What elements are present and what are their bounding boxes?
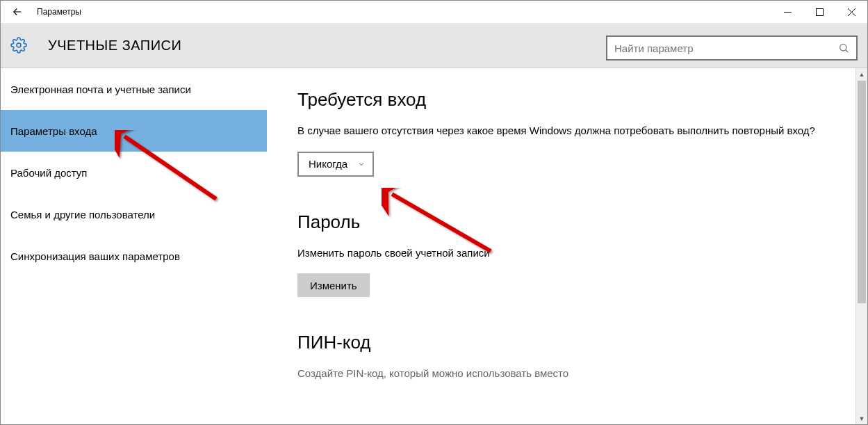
- gear-icon: [10, 37, 27, 54]
- scrollbar-thumb[interactable]: [858, 81, 866, 303]
- sidebar-item-label: Рабочий доступ: [10, 167, 87, 179]
- pin-description: Создайте PIN-код, который можно использо…: [297, 366, 819, 382]
- header-title: УЧЕТНЫЕ ЗАПИСИ: [48, 38, 181, 54]
- sidebar-item-sync-settings[interactable]: Синхронизация ваших параметров: [1, 235, 267, 277]
- titlebar: Параметры: [1, 1, 867, 23]
- sidebar-item-label: Параметры входа: [10, 125, 97, 137]
- signin-required-heading: Требуется вход: [297, 89, 840, 111]
- sidebar-item-work-access[interactable]: Рабочий доступ: [1, 152, 267, 193]
- sidebar-item-label: Семья и другие пользователи: [10, 209, 155, 220]
- svg-point-1: [17, 43, 21, 47]
- back-button[interactable]: [1, 1, 34, 23]
- change-password-button[interactable]: Изменить: [297, 273, 370, 297]
- signin-required-dropdown[interactable]: Никогда: [297, 152, 374, 177]
- button-label: Изменить: [310, 280, 357, 291]
- svg-rect-0: [816, 8, 823, 15]
- window-title: Параметры: [37, 7, 81, 17]
- dropdown-value: Никогда: [309, 158, 347, 170]
- arrow-left-icon: [11, 6, 24, 18]
- chevron-down-icon: [357, 160, 366, 168]
- close-icon: [848, 8, 855, 16]
- pin-heading: ПИН-код: [297, 332, 840, 353]
- maximize-button[interactable]: [803, 1, 835, 23]
- sidebar-item-label: Синхронизация ваших параметров: [10, 250, 180, 262]
- content: Требуется вход В случае вашего отсутстви…: [267, 68, 867, 424]
- minimize-button[interactable]: [771, 1, 803, 23]
- sidebar-item-label: Электронная почта и учетные записи: [10, 83, 191, 95]
- scroll-up-button[interactable]: ▲: [856, 68, 867, 80]
- search-input[interactable]: [614, 42, 838, 54]
- scrollbar[interactable]: ▲ ▼: [855, 68, 867, 424]
- sidebar: Электронная почта и учетные записи Парам…: [1, 68, 267, 424]
- sidebar-item-family-users[interactable]: Семья и другие пользователи: [1, 193, 267, 235]
- minimize-icon: [784, 8, 792, 16]
- sidebar-item-email-accounts[interactable]: Электронная почта и учетные записи: [1, 68, 267, 110]
- search-icon: [838, 42, 849, 54]
- signin-required-description: В случае вашего отсутствия через какое в…: [297, 123, 819, 139]
- search-box[interactable]: [606, 35, 858, 61]
- scroll-down-button[interactable]: ▼: [856, 412, 867, 424]
- password-description: Изменить пароль своей учетной записи: [297, 246, 819, 262]
- svg-point-2: [840, 45, 846, 51]
- maximize-icon: [816, 8, 824, 16]
- sidebar-item-signin-options[interactable]: Параметры входа: [1, 110, 267, 152]
- password-heading: Пароль: [297, 211, 840, 233]
- close-button[interactable]: [835, 1, 867, 23]
